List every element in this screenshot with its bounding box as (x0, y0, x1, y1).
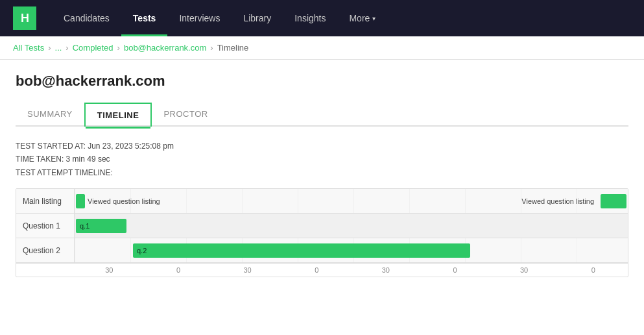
nav-candidates[interactable]: Candidates (52, 0, 121, 36)
breadcrumb-email[interactable]: bob@hackerrank.com (124, 43, 206, 53)
nav-library[interactable]: Library (232, 0, 283, 36)
navbar: H Candidates Tests Interviews Library In… (0, 0, 644, 36)
axis-0: 30 (75, 264, 144, 277)
axis-7: 0 (558, 264, 628, 277)
tab-summary[interactable]: SUMMARY (16, 103, 84, 125)
tab-proctor[interactable]: PROCTOR (152, 103, 219, 125)
main-left-segment (76, 194, 85, 208)
row-track-q2: q.2 (75, 238, 628, 262)
row-track-main: Viewed question listing Viewed question … (75, 189, 628, 213)
main-content: bob@hackerrank.com SUMMARY TIMELINE PROC… (0, 60, 644, 335)
timeline-axis: 30 0 30 0 30 0 30 0 (16, 263, 628, 277)
breadcrumb-all-tests[interactable]: All Tests (13, 43, 44, 53)
main-left-label: Viewed question listing (88, 197, 160, 205)
axis-2: 30 (213, 264, 282, 277)
candidate-email: bob@hackerrank.com (16, 73, 628, 90)
logo: H (10, 4, 39, 32)
nav-tests[interactable]: Tests (121, 0, 168, 36)
axis-5: 0 (420, 264, 490, 277)
test-started-line: TEST STARTED AT: Jun 23, 2023 5:25:08 pm (16, 140, 628, 153)
breadcrumb-completed[interactable]: Completed (73, 43, 113, 53)
axis-3: 0 (282, 264, 352, 277)
axis-1: 0 (144, 264, 213, 277)
time-taken-line: TIME TAKEN: 3 min 49 sec (16, 153, 628, 166)
timeline-label-line: TEST ATTEMPT TIMELINE: (16, 166, 628, 179)
logo-text: H (21, 12, 29, 25)
timeline-row-q2: Question 2 q.2 (16, 238, 628, 263)
axis-6: 30 (490, 264, 559, 277)
test-info: TEST STARTED AT: Jun 23, 2023 5:25:08 pm… (16, 140, 628, 179)
breadcrumb-ellipsis[interactable]: ... (55, 43, 62, 53)
timeline-chart: Main listing Viewed question listing Vie… (16, 188, 628, 277)
row-track-q1: q.1 (75, 214, 628, 238)
axis-4: 30 (352, 264, 421, 277)
tab-timeline[interactable]: TIMELINE (84, 103, 152, 127)
breadcrumb: All Tests › ... › Completed › bob@hacker… (0, 36, 644, 60)
timeline-row-q1: Question 1 q.1 (16, 214, 628, 238)
logo-box: H (13, 6, 36, 30)
main-right-segment (601, 194, 626, 208)
q1-segment: q.1 (76, 219, 126, 233)
q2-segment: q.2 (133, 243, 470, 258)
main-right-label: Viewed question listing (521, 197, 594, 205)
nav-insights[interactable]: Insights (283, 0, 337, 36)
nav-items: Candidates Tests Interviews Library Insi… (52, 0, 387, 36)
row-label-main: Main listing (16, 189, 75, 213)
tabs-container: SUMMARY TIMELINE PROCTOR (16, 103, 628, 127)
breadcrumb-current: Timeline (217, 43, 249, 53)
chevron-down-icon: ▾ (372, 15, 376, 22)
nav-more[interactable]: More ▾ (337, 0, 387, 36)
timeline-row-main: Main listing Viewed question listing Vie… (16, 189, 628, 214)
row-label-q1: Question 1 (16, 214, 75, 238)
row-label-q2: Question 2 (16, 238, 75, 262)
nav-interviews[interactable]: Interviews (167, 0, 232, 36)
